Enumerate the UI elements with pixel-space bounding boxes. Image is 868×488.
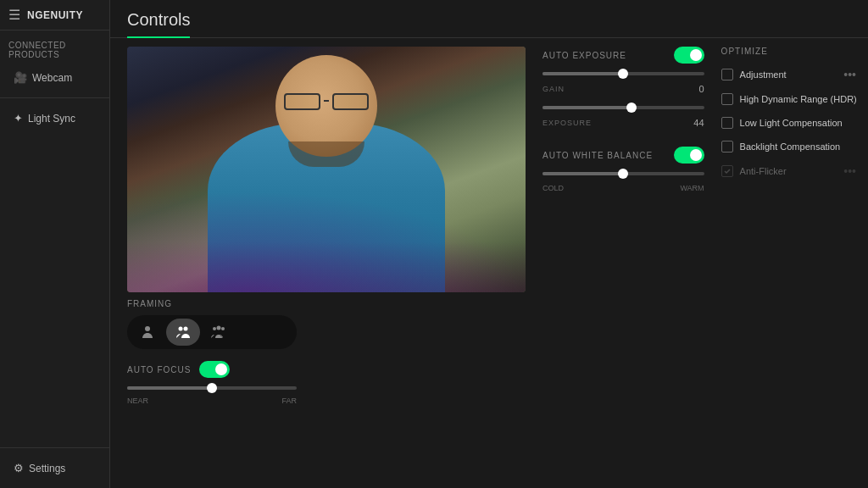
exposure-row: EXPOSURE 44: [542, 118, 704, 128]
check-icon: [723, 167, 732, 175]
dots-anti-flicker[interactable]: •••: [840, 164, 860, 178]
framing-section: FRAMING: [127, 299, 297, 480]
wb-cold-label: COLD: [542, 184, 564, 192]
exposure-value: 44: [693, 118, 704, 128]
wb-slider-fill: [542, 172, 623, 175]
framing-btn-double[interactable]: [166, 319, 200, 346]
checkbox-low-light[interactable]: [721, 117, 733, 129]
checkbox-hdr[interactable]: [721, 93, 733, 105]
ae-slider-track[interactable]: [542, 72, 704, 75]
autofocus-toggle[interactable]: [199, 361, 230, 378]
checkbox-anti-flicker: [721, 165, 733, 177]
left-panel: FRAMING: [110, 38, 534, 488]
content-area: FRAMING: [110, 38, 868, 488]
sidebar-item-webcam[interactable]: 🎥 Webcam: [5, 64, 104, 91]
dots-adjustment[interactable]: •••: [840, 68, 860, 81]
person-single-icon: [140, 324, 155, 340]
sidebar-item-light-sync-label: Light Sync: [28, 113, 75, 125]
light-sync-icon: ✦: [14, 112, 23, 125]
sidebar-item-light-sync[interactable]: ✦ Light Sync: [5, 105, 104, 131]
ambient-light: [127, 191, 526, 292]
person-group-icon: [211, 324, 226, 340]
auto-wb-header: AUTO WHITE BALANCE: [542, 147, 704, 164]
sidebar-item-webcam-label: Webcam: [32, 72, 72, 84]
auto-exposure-label: AUTO EXPOSURE: [542, 51, 626, 60]
middle-panel: AUTO EXPOSURE Gain 0 EXPOSURE 44: [534, 38, 713, 488]
framing-btn-group[interactable]: [202, 319, 236, 346]
optimize-left-hdr: High Dynamic Range (HDR): [721, 93, 857, 105]
optimize-left-low-light: Low Light Compensation: [721, 117, 843, 129]
exposure-label: EXPOSURE: [542, 119, 592, 127]
autofocus-slider-row: NEAR FAR: [127, 383, 297, 405]
optimize-text-low-light: Low Light Compensation: [740, 118, 843, 128]
auto-exposure-toggle[interactable]: [674, 47, 704, 64]
svg-point-0: [145, 326, 150, 331]
top-bar: Controls: [110, 0, 868, 38]
auto-wb-toggle[interactable]: [674, 147, 704, 164]
app-name: NGENUITY: [27, 9, 83, 21]
autofocus-toggle-row: AUTO FOCUS: [127, 361, 297, 378]
checkbox-backlight[interactable]: [721, 141, 733, 152]
autofocus-label: AUTO FOCUS: [127, 365, 191, 374]
person-double-icon: [175, 324, 191, 340]
gain-label: Gain: [542, 85, 565, 93]
checkbox-adjustment[interactable]: [721, 69, 733, 80]
wb-slider-labels: COLD WARM: [542, 184, 704, 192]
optimize-item-hdr: High Dynamic Range (HDR): [721, 90, 860, 108]
connected-products-label: Connected Products: [0, 30, 109, 63]
auto-wb-group: AUTO WHITE BALANCE COLD WARM: [542, 147, 704, 192]
svg-point-5: [221, 327, 225, 330]
gain-row: Gain 0: [542, 84, 704, 94]
glasses: [284, 93, 369, 110]
webcam-icon: 🎥: [14, 71, 27, 84]
ae-slider-thumb[interactable]: [618, 69, 628, 79]
optimize-item-backlight: Backlight Compensation: [721, 137, 860, 156]
optimize-left-anti-flicker: Anti-Flicker: [721, 165, 787, 177]
svg-point-2: [184, 327, 188, 331]
optimize-text-adjustment: Adjustment: [740, 69, 787, 80]
optimize-item-adjustment: Adjustment •••: [721, 64, 860, 85]
sidebar-item-settings-label: Settings: [29, 463, 65, 474]
video-preview: [127, 47, 526, 292]
wb-slider-track[interactable]: [542, 172, 704, 175]
ae-slider-fill: [542, 72, 623, 75]
exposure-slider-thumb[interactable]: [626, 103, 637, 113]
svg-point-3: [213, 327, 216, 330]
exposure-slider-track[interactable]: [542, 106, 704, 109]
page-title: Controls: [127, 10, 190, 38]
auto-exposure-header: AUTO EXPOSURE: [542, 47, 704, 64]
framing-label: FRAMING: [127, 299, 297, 308]
framing-buttons: [127, 315, 297, 349]
optimize-label: OPTIMIZE: [721, 47, 860, 56]
autofocus-min-label: NEAR: [127, 396, 148, 405]
hamburger-icon[interactable]: ☰: [8, 7, 20, 23]
autofocus-slider-track[interactable]: [127, 386, 297, 390]
exposure-slider-fill: [542, 106, 632, 109]
autofocus-slider-thumb[interactable]: [207, 383, 217, 393]
sidebar-divider: [0, 97, 109, 98]
optimize-text-backlight: Backlight Compensation: [740, 141, 841, 152]
wb-slider-thumb[interactable]: [618, 169, 628, 179]
optimize-left-backlight: Backlight Compensation: [721, 141, 841, 152]
autofocus-slider-fill: [127, 386, 212, 390]
sidebar: ☰ NGENUITY Connected Products 🎥 Webcam ✦…: [0, 0, 110, 488]
settings-icon: ⚙: [14, 462, 24, 474]
svg-point-1: [179, 327, 183, 331]
optimize-left-adjustment: Adjustment: [721, 69, 787, 80]
video-frame: [127, 47, 526, 292]
sidebar-item-settings[interactable]: ⚙ Settings: [5, 455, 104, 481]
wb-warm-label: WARM: [680, 184, 704, 192]
right-panel: OPTIMIZE Adjustment ••• High Dynamic Ran…: [713, 38, 868, 488]
optimize-text-anti-flicker: Anti-Flicker: [740, 166, 787, 176]
main-content: Controls: [110, 0, 868, 488]
autofocus-slider-labels: NEAR FAR: [127, 396, 297, 405]
optimize-text-hdr: High Dynamic Range (HDR): [740, 94, 857, 104]
controls-row: FRAMING: [127, 299, 526, 480]
framing-btn-single[interactable]: [131, 319, 164, 346]
optimize-item-low-light: Low Light Compensation: [721, 114, 860, 132]
auto-exposure-group: AUTO EXPOSURE Gain 0 EXPOSURE 44: [542, 47, 704, 128]
optimize-item-anti-flicker: Anti-Flicker •••: [721, 161, 860, 181]
sidebar-header: ☰ NGENUITY: [0, 0, 109, 30]
autofocus-section: AUTO FOCUS NEAR FAR: [127, 361, 297, 405]
sidebar-bottom: ⚙ Settings: [0, 447, 109, 488]
